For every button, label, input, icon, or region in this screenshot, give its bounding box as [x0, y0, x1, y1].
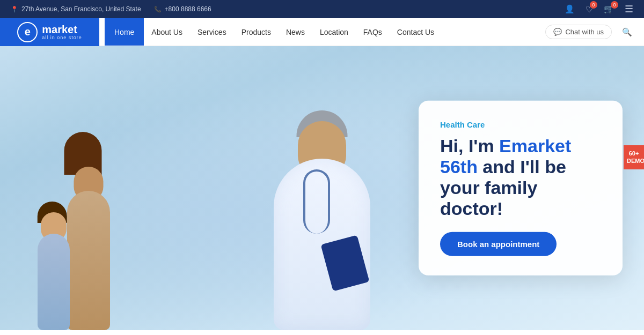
- phone-text: +800 8888 6666: [165, 5, 211, 13]
- phone-icon: [154, 5, 162, 13]
- nav-news[interactable]: News: [279, 18, 312, 46]
- top-bar: 27th Avenue, San Francisco, United State…: [0, 0, 644, 18]
- top-bar-right: 0 0: [565, 3, 633, 15]
- nav-products[interactable]: Products: [234, 18, 279, 46]
- top-bar-left: 27th Avenue, San Francisco, United State…: [11, 5, 211, 13]
- chat-icon: [553, 28, 562, 36]
- logo-circle: e: [17, 22, 38, 42]
- wishlist-badge: 0: [590, 1, 597, 9]
- card-label: Health Care: [440, 120, 601, 129]
- cart-badge: 0: [611, 1, 618, 9]
- search-icon: [622, 27, 632, 37]
- search-button[interactable]: [618, 24, 635, 41]
- wishlist-icon[interactable]: 0: [586, 4, 593, 14]
- menu-icon[interactable]: [625, 3, 633, 15]
- child-person: [27, 159, 80, 330]
- nav-home[interactable]: Home: [105, 18, 144, 46]
- nav-about[interactable]: About Us: [144, 18, 190, 46]
- cart-icon[interactable]: 0: [604, 4, 614, 14]
- phone-item: +800 8888 6666: [154, 5, 211, 13]
- demos-badge[interactable]: 60+ DEMOS: [624, 145, 644, 169]
- card-title-prefix: Hi, I'm: [440, 136, 499, 156]
- chat-button[interactable]: Chat with us: [545, 25, 612, 39]
- chat-label: Chat with us: [565, 28, 604, 36]
- logo-text: market all in one store: [42, 24, 82, 40]
- book-appointment-button[interactable]: Book an appointment: [440, 232, 557, 256]
- logo-area[interactable]: e market all in one store: [0, 18, 99, 46]
- stethoscope: [303, 169, 330, 234]
- logo-brand: market: [42, 24, 82, 35]
- logo-inner: e market all in one store: [17, 22, 82, 42]
- hero-section: Health Care Hi, I'm Emarket 56th and I'l…: [0, 46, 644, 330]
- nav-services[interactable]: Services: [190, 18, 234, 46]
- nav-location[interactable]: Location: [312, 18, 356, 46]
- card-title: Hi, I'm Emarket 56th and I'll be your fa…: [440, 136, 601, 219]
- pin-icon: [11, 5, 18, 13]
- logo-tagline: all in one store: [42, 35, 82, 40]
- address-item: 27th Avenue, San Francisco, United State: [11, 5, 141, 13]
- people-group: [21, 73, 172, 330]
- nav-contact[interactable]: Contact Us: [390, 18, 442, 46]
- nav-faqs[interactable]: FAQs: [356, 18, 390, 46]
- child-body: [38, 234, 70, 330]
- nav-right: Chat with us: [545, 24, 644, 41]
- info-card: Health Care Hi, I'm Emarket 56th and I'l…: [419, 101, 623, 276]
- header: e market all in one store Home About Us …: [0, 18, 644, 46]
- main-nav: Home About Us Services Products News Loc…: [99, 18, 545, 46]
- doctor-figure: [209, 46, 435, 330]
- user-icon[interactable]: [565, 4, 575, 14]
- address-text: 27th Avenue, San Francisco, United State: [21, 5, 141, 13]
- logo-symbol: e: [25, 26, 31, 38]
